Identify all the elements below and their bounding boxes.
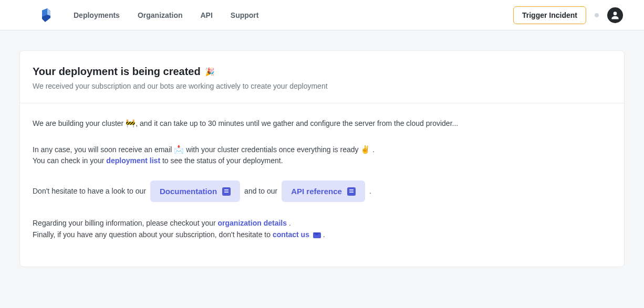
billing-info-text: Regarding your billing information, plea… bbox=[33, 218, 611, 240]
doc-mid-text: and to our bbox=[244, 186, 277, 197]
documentation-button-label: Documentation bbox=[160, 187, 217, 196]
title-text: Your deployment is being created bbox=[33, 66, 201, 78]
avatar[interactable] bbox=[607, 7, 623, 23]
topbar-right: Trigger Incident bbox=[513, 6, 623, 24]
book-icon bbox=[222, 187, 231, 196]
api-reference-button[interactable]: API reference bbox=[282, 180, 365, 202]
svg-point-3 bbox=[614, 12, 617, 15]
status-dot-icon bbox=[595, 13, 599, 17]
page-subtitle: We received your subscription and our bo… bbox=[33, 82, 611, 90]
trigger-incident-button[interactable]: Trigger Incident bbox=[513, 6, 586, 24]
nav-api[interactable]: API bbox=[200, 11, 212, 19]
envelope-icon bbox=[313, 232, 321, 238]
person-icon bbox=[610, 10, 620, 20]
nav-support[interactable]: Support bbox=[231, 11, 259, 19]
svg-marker-2 bbox=[47, 8, 50, 16]
organization-details-link[interactable]: organization details bbox=[218, 219, 287, 227]
api-reference-button-label: API reference bbox=[291, 187, 342, 196]
doc-intro-text: Don't hesitate to have a look to our bbox=[33, 186, 146, 197]
victory-hand-icon: ✌️ bbox=[360, 145, 370, 154]
doc-buttons-row: Don't hesitate to have a look to our Doc… bbox=[33, 180, 611, 202]
documentation-button[interactable]: Documentation bbox=[150, 180, 240, 202]
page-title: Your deployment is being created 🎉 bbox=[33, 66, 611, 78]
email-icon: 📩 bbox=[174, 145, 184, 154]
party-popper-icon: 🎉 bbox=[205, 67, 215, 77]
card-header: Your deployment is being created 🎉 We re… bbox=[20, 51, 624, 103]
deployment-list-link[interactable]: deployment list bbox=[106, 156, 160, 165]
contact-us-link[interactable]: contact us bbox=[273, 230, 323, 239]
main-nav: Deployments Organization API Support bbox=[74, 11, 513, 19]
doc-end-text: . bbox=[369, 186, 371, 197]
logo-icon bbox=[40, 8, 53, 22]
nav-deployments[interactable]: Deployments bbox=[74, 11, 120, 19]
building-cluster-text: We are building your cluster 🚧, and it c… bbox=[33, 117, 611, 130]
construction-icon: 🚧 bbox=[126, 119, 136, 128]
book-icon bbox=[347, 187, 356, 196]
card-body: We are building your cluster 🚧, and it c… bbox=[20, 103, 624, 267]
topbar: Deployments Organization API Support Tri… bbox=[0, 0, 644, 30]
main-card: Your deployment is being created 🎉 We re… bbox=[19, 50, 625, 267]
email-info-text: In any case, you will soon receive an em… bbox=[33, 143, 611, 167]
nav-organization[interactable]: Organization bbox=[138, 11, 183, 19]
